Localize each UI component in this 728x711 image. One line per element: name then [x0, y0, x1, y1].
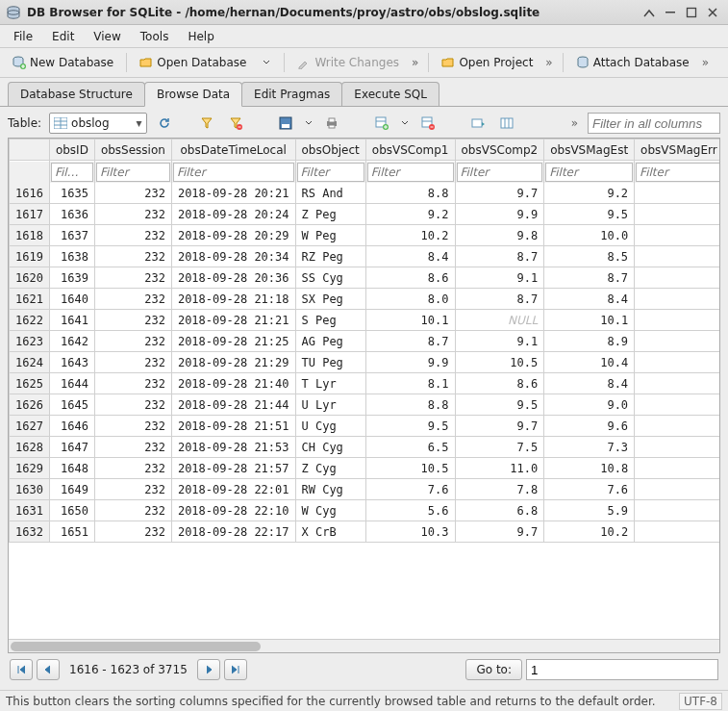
window-shade-button[interactable]	[661, 5, 680, 20]
cell[interactable]: 1650	[49, 500, 94, 521]
tab-execute-sql[interactable]: Execute SQL	[341, 82, 439, 106]
cell[interactable]: Z Cyg	[295, 458, 365, 479]
cell[interactable]	[635, 183, 719, 204]
new-record-dropdown[interactable]	[399, 113, 411, 134]
new-database-button[interactable]: New Database	[6, 52, 120, 73]
table-row[interactable]: 162316422322018-09-28 21:25AG Peg8.79.18…	[10, 331, 720, 352]
window-maximize-button[interactable]	[682, 5, 701, 20]
toolbar-overflow-2[interactable]: »	[541, 56, 556, 69]
row-header[interactable]: 1630	[10, 479, 50, 500]
cell[interactable]: 8.8	[365, 394, 455, 416]
cell[interactable]: 232	[94, 352, 171, 373]
cell[interactable]: 2018-09-28 20:21	[171, 183, 295, 204]
column-header[interactable]: obsObject	[295, 140, 365, 161]
cell[interactable]: 1640	[49, 289, 94, 310]
column-header[interactable]: obsVSMagEst	[544, 140, 635, 161]
row-header[interactable]: 1631	[10, 500, 50, 521]
table-row[interactable]: 161916382322018-09-28 20:34RZ Peg8.48.78…	[10, 246, 720, 267]
column-filter-input[interactable]	[367, 163, 454, 182]
cell[interactable]: AG Peg	[295, 331, 365, 352]
tab-database-structure[interactable]: Database Structure	[8, 82, 145, 106]
cell[interactable]: 10.5	[365, 458, 455, 479]
goto-button[interactable]: Go to:	[465, 659, 522, 680]
cell[interactable]: 8.5	[544, 246, 635, 267]
column-filter-input[interactable]	[457, 163, 543, 182]
table-row[interactable]: 163016492322018-09-28 22:01RW Cyg7.67.87…	[10, 479, 720, 500]
table-row[interactable]: 161616352322018-09-28 20:21RS And8.89.79…	[10, 183, 720, 204]
table-row[interactable]: 162016392322018-09-28 20:36SS Cyg8.69.18…	[10, 267, 720, 289]
cell[interactable]: 1641	[49, 310, 94, 331]
cell[interactable]: 8.4	[365, 246, 455, 267]
row-header[interactable]: 1619	[10, 246, 50, 267]
cell[interactable]: 7.8	[455, 479, 544, 500]
table-row[interactable]: 163216512322018-09-28 22:17X CrB10.39.71…	[10, 521, 720, 543]
cell[interactable]: 8.7	[455, 289, 544, 310]
cell[interactable]: 232	[94, 204, 171, 225]
cell[interactable]: 2018-09-28 21:29	[171, 352, 295, 373]
cell[interactable]: 5.6	[365, 500, 455, 521]
prev-page-button[interactable]	[37, 659, 60, 680]
cell[interactable]: 9.7	[455, 521, 544, 543]
cell[interactable]: 2018-09-28 21:44	[171, 394, 295, 416]
row-header[interactable]: 1629	[10, 458, 50, 479]
table-row[interactable]: 162816472322018-09-28 21:53CH Cyg6.57.57…	[10, 437, 720, 458]
cell[interactable]: 1649	[49, 479, 94, 500]
cell[interactable]: 1651	[49, 521, 94, 543]
cell[interactable]: 2018-09-28 21:21	[171, 310, 295, 331]
cell[interactable]: 232	[94, 479, 171, 500]
row-header[interactable]: 1626	[10, 394, 50, 416]
cell[interactable]: 2018-09-28 21:57	[171, 458, 295, 479]
row-header[interactable]: 1623	[10, 331, 50, 352]
next-page-button[interactable]	[197, 659, 220, 680]
cell[interactable]: CH Cyg	[295, 437, 365, 458]
menu-help[interactable]: Help	[178, 27, 223, 46]
delete-record-button[interactable]	[416, 113, 439, 134]
cell[interactable]: 1644	[49, 373, 94, 394]
cell[interactable]: 9.0	[544, 394, 635, 416]
cell[interactable]: 1642	[49, 331, 94, 352]
cell[interactable]: 5.9	[544, 500, 635, 521]
cell[interactable]: 8.7	[455, 246, 544, 267]
cell[interactable]: S Peg	[295, 310, 365, 331]
row-header[interactable]: 1618	[10, 225, 50, 246]
cell[interactable]: 10.4	[544, 352, 635, 373]
row-header[interactable]: 1621	[10, 289, 50, 310]
cell[interactable]: 2018-09-28 22:10	[171, 500, 295, 521]
cell[interactable]	[635, 246, 719, 267]
cell[interactable]: 10.3	[365, 521, 455, 543]
cell[interactable]: 9.7	[455, 183, 544, 204]
table-row[interactable]: 161716362322018-09-28 20:24Z Peg9.29.99.…	[10, 204, 720, 225]
cell[interactable]: 11.0	[455, 458, 544, 479]
row-header[interactable]: 1627	[10, 416, 50, 437]
column-header[interactable]: obsVSComp2	[455, 140, 544, 161]
cell[interactable]	[635, 416, 719, 437]
menu-tools[interactable]: Tools	[131, 27, 179, 46]
cell[interactable]	[635, 204, 719, 225]
cell[interactable]	[635, 373, 719, 394]
column-header[interactable]: obsVSComp1	[365, 140, 455, 161]
clear-filters-button[interactable]	[195, 113, 218, 134]
cell[interactable]: 232	[94, 394, 171, 416]
cell[interactable]: RW Cyg	[295, 479, 365, 500]
cell[interactable]: 1643	[49, 352, 94, 373]
browse-toolbar-overflow[interactable]: »	[567, 116, 582, 130]
cell[interactable]: 8.6	[455, 373, 544, 394]
column-header[interactable]: obsSession	[94, 140, 171, 161]
column-filter-input[interactable]	[297, 163, 364, 182]
cell[interactable]: 7.5	[455, 437, 544, 458]
cell[interactable]: 8.0	[365, 289, 455, 310]
row-header[interactable]: 1624	[10, 352, 50, 373]
cell[interactable]: 2018-09-28 20:29	[171, 225, 295, 246]
row-header[interactable]: 1632	[10, 521, 50, 543]
cell[interactable]	[635, 267, 719, 289]
cell[interactable]: SS Cyg	[295, 267, 365, 289]
cell[interactable]	[635, 289, 719, 310]
cell[interactable]: 6.8	[455, 500, 544, 521]
menu-file[interactable]: File	[4, 27, 42, 46]
cell[interactable]: 8.9	[544, 331, 635, 352]
cell[interactable]: 1637	[49, 225, 94, 246]
cell[interactable]: Z Peg	[295, 204, 365, 225]
cell[interactable]: 1645	[49, 394, 94, 416]
cell[interactable]	[635, 437, 719, 458]
cell[interactable]: 1639	[49, 267, 94, 289]
